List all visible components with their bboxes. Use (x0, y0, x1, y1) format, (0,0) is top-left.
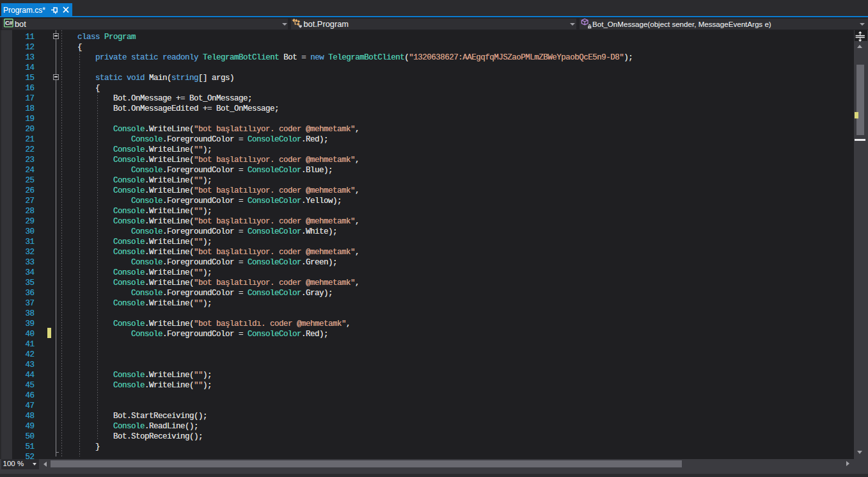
svg-text:C#: C# (5, 19, 13, 26)
